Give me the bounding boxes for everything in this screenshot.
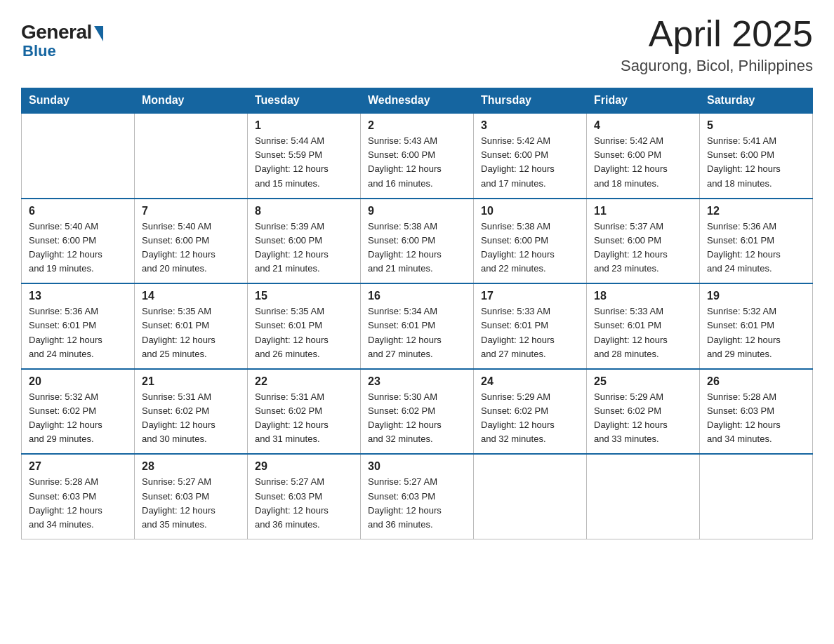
calendar-week-row: 13Sunrise: 5:36 AM Sunset: 6:01 PM Dayli… [22,283,813,369]
calendar-day-cell: 25Sunrise: 5:29 AM Sunset: 6:02 PM Dayli… [587,369,700,455]
calendar-day-cell: 13Sunrise: 5:36 AM Sunset: 6:01 PM Dayli… [22,283,135,369]
day-info: Sunrise: 5:33 AM Sunset: 6:01 PM Dayligh… [594,304,692,361]
title-block: April 2025 Sagurong, Bicol, Philippines [621,14,813,75]
day-number: 15 [255,290,353,302]
day-number: 26 [707,375,805,388]
day-number: 1 [255,119,353,132]
calendar-day-cell: 18Sunrise: 5:33 AM Sunset: 6:01 PM Dayli… [587,283,700,369]
calendar-day-cell: 26Sunrise: 5:28 AM Sunset: 6:03 PM Dayli… [700,369,813,455]
calendar-day-cell [700,454,813,539]
day-number: 11 [594,205,692,217]
page-header: General Blue April 2025 Sagurong, Bicol,… [21,14,813,75]
calendar-day-cell: 5Sunrise: 5:41 AM Sunset: 6:00 PM Daylig… [700,113,813,199]
calendar-day-cell: 11Sunrise: 5:37 AM Sunset: 6:00 PM Dayli… [587,199,700,284]
calendar-day-cell: 9Sunrise: 5:38 AM Sunset: 6:00 PM Daylig… [361,199,474,284]
day-info: Sunrise: 5:31 AM Sunset: 6:02 PM Dayligh… [142,390,240,447]
day-number: 17 [481,290,579,302]
day-info: Sunrise: 5:28 AM Sunset: 6:03 PM Dayligh… [29,475,127,532]
calendar-day-cell [587,454,700,539]
logo-blue-text: Blue [22,42,56,60]
day-number: 28 [142,460,240,473]
header-friday: Friday [587,88,700,114]
day-number: 22 [255,375,353,388]
day-number: 30 [368,460,466,473]
calendar-day-cell: 20Sunrise: 5:32 AM Sunset: 6:02 PM Dayli… [22,369,135,455]
calendar-day-cell: 4Sunrise: 5:42 AM Sunset: 6:00 PM Daylig… [587,113,700,199]
day-info: Sunrise: 5:40 AM Sunset: 6:00 PM Dayligh… [142,220,240,276]
day-info: Sunrise: 5:40 AM Sunset: 6:00 PM Dayligh… [29,220,127,276]
day-info: Sunrise: 5:42 AM Sunset: 6:00 PM Dayligh… [594,134,692,191]
day-number: 21 [142,375,240,388]
day-info: Sunrise: 5:39 AM Sunset: 6:00 PM Dayligh… [255,220,353,276]
calendar-day-cell: 17Sunrise: 5:33 AM Sunset: 6:01 PM Dayli… [474,283,587,369]
calendar-day-cell [474,454,587,539]
day-number: 8 [255,205,353,217]
calendar-day-cell: 23Sunrise: 5:30 AM Sunset: 6:02 PM Dayli… [361,369,474,455]
calendar-day-cell [22,113,135,199]
day-info: Sunrise: 5:34 AM Sunset: 6:01 PM Dayligh… [368,304,466,361]
day-number: 25 [594,375,692,388]
logo: General Blue [21,21,103,60]
calendar-day-cell: 16Sunrise: 5:34 AM Sunset: 6:01 PM Dayli… [361,283,474,369]
header-saturday: Saturday [700,88,813,114]
day-number: 4 [594,119,692,132]
calendar-day-cell: 27Sunrise: 5:28 AM Sunset: 6:03 PM Dayli… [22,454,135,539]
calendar-day-cell: 2Sunrise: 5:43 AM Sunset: 6:00 PM Daylig… [361,113,474,199]
day-number: 12 [707,205,805,217]
calendar-header-row: Sunday Monday Tuesday Wednesday Thursday… [22,88,813,114]
calendar-week-row: 27Sunrise: 5:28 AM Sunset: 6:03 PM Dayli… [22,454,813,539]
day-number: 29 [255,460,353,473]
header-wednesday: Wednesday [361,88,474,114]
day-info: Sunrise: 5:32 AM Sunset: 6:02 PM Dayligh… [29,390,127,447]
calendar-title: April 2025 [621,14,813,54]
calendar-day-cell: 14Sunrise: 5:35 AM Sunset: 6:01 PM Dayli… [135,283,248,369]
day-number: 5 [707,119,805,132]
day-number: 16 [368,290,466,302]
header-sunday: Sunday [22,88,135,114]
day-info: Sunrise: 5:27 AM Sunset: 6:03 PM Dayligh… [142,475,240,532]
calendar-week-row: 1Sunrise: 5:44 AM Sunset: 5:59 PM Daylig… [22,113,813,199]
calendar-day-cell: 24Sunrise: 5:29 AM Sunset: 6:02 PM Dayli… [474,369,587,455]
calendar-day-cell: 10Sunrise: 5:38 AM Sunset: 6:00 PM Dayli… [474,199,587,284]
day-info: Sunrise: 5:31 AM Sunset: 6:02 PM Dayligh… [255,390,353,447]
calendar-day-cell: 19Sunrise: 5:32 AM Sunset: 6:01 PM Dayli… [700,283,813,369]
day-number: 13 [29,290,127,302]
calendar-week-row: 6Sunrise: 5:40 AM Sunset: 6:00 PM Daylig… [22,199,813,284]
day-number: 3 [481,119,579,132]
day-number: 23 [368,375,466,388]
day-number: 9 [368,205,466,217]
day-info: Sunrise: 5:35 AM Sunset: 6:01 PM Dayligh… [255,304,353,361]
calendar-day-cell: 21Sunrise: 5:31 AM Sunset: 6:02 PM Dayli… [135,369,248,455]
day-number: 6 [29,205,127,217]
calendar-day-cell: 30Sunrise: 5:27 AM Sunset: 6:03 PM Dayli… [361,454,474,539]
day-info: Sunrise: 5:41 AM Sunset: 6:00 PM Dayligh… [707,134,805,191]
calendar-day-cell: 28Sunrise: 5:27 AM Sunset: 6:03 PM Dayli… [135,454,248,539]
calendar-table: Sunday Monday Tuesday Wednesday Thursday… [21,88,813,539]
calendar-day-cell: 12Sunrise: 5:36 AM Sunset: 6:01 PM Dayli… [700,199,813,284]
day-info: Sunrise: 5:43 AM Sunset: 6:00 PM Dayligh… [368,134,466,191]
calendar-day-cell: 3Sunrise: 5:42 AM Sunset: 6:00 PM Daylig… [474,113,587,199]
day-info: Sunrise: 5:28 AM Sunset: 6:03 PM Dayligh… [707,390,805,447]
day-number: 20 [29,375,127,388]
calendar-day-cell: 7Sunrise: 5:40 AM Sunset: 6:00 PM Daylig… [135,199,248,284]
day-number: 2 [368,119,466,132]
day-number: 18 [594,290,692,302]
calendar-week-row: 20Sunrise: 5:32 AM Sunset: 6:02 PM Dayli… [22,369,813,455]
calendar-day-cell: 8Sunrise: 5:39 AM Sunset: 6:00 PM Daylig… [248,199,361,284]
day-info: Sunrise: 5:27 AM Sunset: 6:03 PM Dayligh… [368,475,466,532]
day-info: Sunrise: 5:33 AM Sunset: 6:01 PM Dayligh… [481,304,579,361]
day-info: Sunrise: 5:29 AM Sunset: 6:02 PM Dayligh… [594,390,692,447]
calendar-day-cell: 15Sunrise: 5:35 AM Sunset: 6:01 PM Dayli… [248,283,361,369]
day-info: Sunrise: 5:44 AM Sunset: 5:59 PM Dayligh… [255,134,353,191]
header-thursday: Thursday [474,88,587,114]
calendar-day-cell: 29Sunrise: 5:27 AM Sunset: 6:03 PM Dayli… [248,454,361,539]
day-info: Sunrise: 5:42 AM Sunset: 6:00 PM Dayligh… [481,134,579,191]
day-info: Sunrise: 5:35 AM Sunset: 6:01 PM Dayligh… [142,304,240,361]
calendar-day-cell: 1Sunrise: 5:44 AM Sunset: 5:59 PM Daylig… [248,113,361,199]
calendar-day-cell: 22Sunrise: 5:31 AM Sunset: 6:02 PM Dayli… [248,369,361,455]
day-info: Sunrise: 5:32 AM Sunset: 6:01 PM Dayligh… [707,304,805,361]
header-monday: Monday [135,88,248,114]
calendar-day-cell [135,113,248,199]
calendar-location: Sagurong, Bicol, Philippines [621,57,813,75]
day-info: Sunrise: 5:36 AM Sunset: 6:01 PM Dayligh… [29,304,127,361]
